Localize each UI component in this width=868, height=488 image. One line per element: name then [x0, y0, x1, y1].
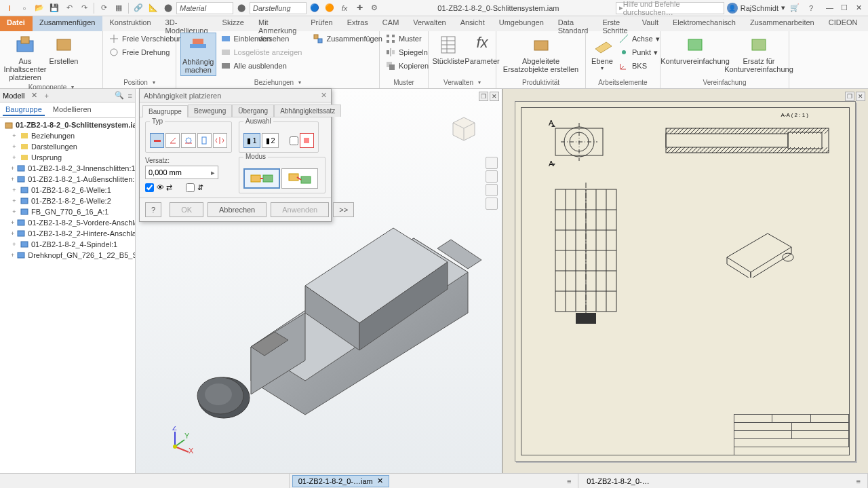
pan-icon[interactable]	[486, 184, 498, 196]
type-angle-button[interactable]	[165, 133, 180, 148]
predict-button[interactable]	[300, 133, 314, 148]
tree-origin[interactable]: +Ursprung	[1, 152, 134, 163]
tab-electromech[interactable]: Elektromechanisch	[666, 16, 743, 31]
browser-search-icon[interactable]: 🔍	[115, 91, 124, 100]
free-move-button[interactable]: Freie Verschiebung	[107, 33, 188, 45]
measure-icon[interactable]: 📐	[146, 1, 160, 15]
help-icon[interactable]: ?	[804, 1, 818, 15]
new-icon[interactable]: ▫	[18, 1, 31, 15]
bom-button[interactable]: Stückliste	[433, 33, 464, 67]
document-tab-assembly[interactable]: 01-ZB2-1-8-2_0-…iam✕	[292, 475, 389, 487]
tab-annotate[interactable]: Mit Anmerkung versehen	[252, 16, 304, 31]
place-from-content-center-button[interactable]: Aus Inhaltscenter platzieren	[4, 33, 46, 83]
constrain-button[interactable]: Abhängig machen	[180, 33, 216, 76]
dialog-help-button[interactable]: ?	[145, 202, 161, 217]
panel-manage-title[interactable]: Verwalten	[433, 78, 492, 87]
viewcube[interactable]	[446, 109, 481, 145]
tab-vault[interactable]: Vault	[635, 16, 666, 31]
tree-part[interactable]: +FB_GN_770_6_16_A:1	[1, 206, 134, 217]
type-symmetry-button[interactable]	[213, 133, 227, 148]
mode-flush-button[interactable]	[281, 168, 318, 189]
dialog-tab-set[interactable]: Abhängigkeitssatz	[274, 105, 341, 117]
tree-part[interactable]: +01-ZB2-1-8-2_3-Innenschlitten:1	[1, 163, 134, 174]
document-tab-drawing[interactable]: 01-ZB2-1-8-2_0-…	[581, 475, 654, 487]
tab-environments[interactable]: Umgebungen	[492, 16, 551, 31]
tree-part[interactable]: +01-ZB2-1-8-2_5-Vordere-Anschlagplatte:1	[1, 217, 134, 228]
derive-substitute-button[interactable]: Abgeleitete Ersatzobjekte erstellen	[500, 33, 581, 75]
color-icon-2[interactable]: 🟠	[323, 1, 336, 15]
type-tangent-button[interactable]	[181, 133, 195, 148]
tab-cideon[interactable]: CIDEON	[822, 16, 865, 31]
preview-checkbox[interactable]	[145, 183, 154, 192]
selection-1-button[interactable]: ▮1	[243, 133, 260, 148]
appearance-combo[interactable]: Darstellung	[250, 2, 307, 14]
redo-icon[interactable]: ↷	[77, 1, 91, 15]
tree-relations[interactable]: +Beziehungen	[1, 130, 134, 141]
dialog-close-icon[interactable]: ✕	[321, 91, 327, 100]
copy-button[interactable]: Kopieren	[384, 60, 430, 72]
tab-collaborate[interactable]: Zusammenarbeiten	[743, 16, 822, 31]
open-icon[interactable]: 📂	[33, 1, 46, 15]
browser-tab-modeling[interactable]: Modellieren	[50, 104, 94, 116]
free-rotate-button[interactable]: Freie Drehung	[107, 46, 188, 58]
hide-all-button[interactable]: Alle ausblenden	[219, 60, 304, 72]
home-view-icon[interactable]	[486, 157, 498, 169]
help-search-input[interactable]: ▸ Hilfe und Befehle durchsuchen…	[616, 2, 724, 14]
viewport-restore-icon[interactable]: ❐	[845, 92, 854, 101]
user-account[interactable]: 👤 RajSchmidt ▾	[727, 3, 785, 14]
update-icon[interactable]: ⟳	[97, 1, 111, 15]
mirror-button[interactable]: Spiegeln	[384, 46, 430, 58]
viewport-drawing[interactable]: ❐ ✕ A-A ( 2 : 1 ) A A	[502, 89, 869, 474]
viewport-restore-icon[interactable]: ❐	[479, 92, 488, 101]
tab-construction[interactable]: Konstruktion	[102, 16, 158, 31]
doc-tabs-menu-icon[interactable]: ≡	[563, 477, 575, 485]
create-button[interactable]: Erstellen	[49, 33, 79, 67]
pattern-button[interactable]: Muster	[384, 33, 430, 45]
dialog-tab-transition[interactable]: Übergang	[232, 105, 274, 117]
tab-tools[interactable]: Extras	[340, 16, 376, 31]
type-mate-button[interactable]	[150, 133, 164, 148]
fx-icon[interactable]: fx	[338, 1, 351, 15]
tree-part[interactable]: +Drehknopf_GN_726_1_22_B5_S_1:1	[1, 250, 134, 261]
substitute-envelope-button[interactable]: Ersatz für Konturvereinfachung	[728, 33, 789, 75]
point-button[interactable]: Punkt ▾	[617, 46, 661, 58]
tab-file[interactable]: Datei	[0, 16, 33, 31]
browser-tab-assembly[interactable]: Baugruppe	[3, 104, 45, 116]
settings-icon[interactable]: ⚙	[368, 1, 381, 15]
orbit-icon[interactable]	[486, 170, 498, 183]
tab-close-icon[interactable]: ✕	[377, 476, 383, 485]
save-icon[interactable]: 💾	[47, 1, 61, 15]
tab-sketch[interactable]: Skizze	[216, 16, 252, 31]
pick-part-first-checkbox[interactable]	[290, 136, 298, 145]
link-icon[interactable]: 🔗	[132, 1, 145, 15]
tab-assemble[interactable]: Zusammenfügen	[33, 16, 103, 31]
zoom-icon[interactable]	[486, 198, 498, 210]
minimize-button[interactable]: —	[826, 3, 835, 13]
limits-checkbox[interactable]	[186, 183, 195, 192]
tab-view[interactable]: Ansicht	[454, 16, 492, 31]
color-icon-1[interactable]: 🔵	[308, 1, 321, 15]
tree-part[interactable]: +01-ZB2-1-8-2_4-Spindel:1	[1, 239, 134, 250]
tree-representations[interactable]: +Darstellungen	[1, 141, 134, 152]
tree-part[interactable]: +01-ZB2-1-8-2_2-Hintere-Anschlagplatte:1	[1, 228, 134, 239]
tab-manage[interactable]: Verwalten	[406, 16, 453, 31]
viewport-close-icon[interactable]: ✕	[856, 92, 865, 101]
cart-icon[interactable]: 🛒	[788, 1, 802, 15]
browser-close-icon[interactable]: ✕	[31, 91, 37, 100]
more-button[interactable]: >>	[333, 202, 354, 217]
tab-data-standard[interactable]: Data Standard	[551, 16, 596, 31]
parameters-button[interactable]: fx Parameter	[467, 33, 498, 67]
show-button[interactable]: Einblenden	[219, 33, 304, 45]
viewport-close-icon[interactable]: ✕	[490, 92, 499, 101]
tab-inspect[interactable]: Prüfen	[304, 16, 340, 31]
tab-cam[interactable]: CAM	[376, 16, 406, 31]
selection-2-button[interactable]: ▮2	[262, 133, 279, 148]
panel-relations-title[interactable]: Beziehungen	[180, 78, 375, 87]
type-insert-button[interactable]	[197, 133, 212, 148]
browser-menu-icon[interactable]: ≡	[128, 92, 132, 100]
doc-tabs-menu-icon[interactable]: ≡	[852, 477, 865, 485]
maximize-button[interactable]: ☐	[841, 3, 850, 13]
plane-button[interactable]: Ebene▾	[590, 33, 614, 73]
tab-3d-model[interactable]: 3D-Modellierung	[159, 16, 216, 31]
tree-part[interactable]: +01-ZB2-1-8-2_6-Welle:2	[1, 195, 134, 206]
